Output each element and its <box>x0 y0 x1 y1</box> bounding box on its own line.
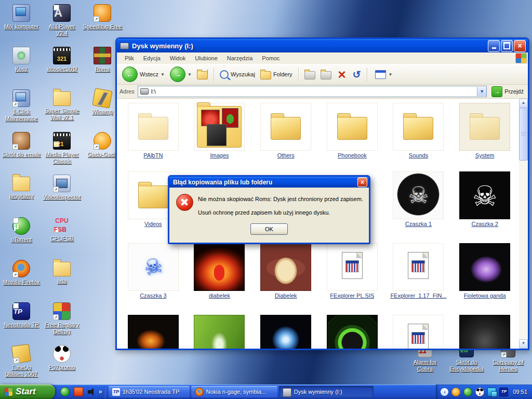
desktop-icon-media-player-classic[interactable]: Media Player Classic <box>42 130 82 172</box>
sis-file-icon <box>408 252 429 279</box>
b-tp <box>112 388 120 396</box>
file-tile-t-grayweb[interactable] <box>451 315 518 349</box>
desktop-icon-label: P07promo <box>49 364 75 371</box>
file-tile-t-electric[interactable] <box>252 315 319 349</box>
ok-button[interactable]: OK <box>250 223 288 235</box>
desktop[interactable]: Mój komputerKosz1-Click MaintenanceSkrót… <box>0 0 532 399</box>
address-input[interactable]: I:\ ▼ <box>138 86 487 97</box>
menu-item-pomoc[interactable]: Pomoc <box>257 55 284 61</box>
scrollbar-thumb[interactable] <box>519 108 528 161</box>
file-tile-t-dragon[interactable] <box>120 315 187 349</box>
desktop-icon-label: Mozilla Firefox <box>3 279 40 286</box>
i-freereg <box>53 302 71 320</box>
taskbar-button-nokia-n-gage-symbia[interactable]: Nokia n-gage, symbia... <box>191 386 277 397</box>
views-dropdown-icon[interactable]: ▼ <box>388 72 392 77</box>
q-flashget[interactable] <box>74 387 83 396</box>
file-tile-t-mkgreen[interactable] <box>319 315 385 349</box>
desktop-icon-label: uTorrent <box>11 236 32 243</box>
menu-item-edycja[interactable]: Edycja <box>139 55 165 61</box>
back-button[interactable]: ← Wstecz ▼ <box>120 66 167 83</box>
file-tile-fexplorer-pl-sis[interactable]: FExplorer PL.SIS <box>319 243 385 315</box>
desktop-icon-klcodec301f[interactable]: klcodec301f <box>42 45 82 87</box>
desktop-icon-videoinspector[interactable]: VideoInspector <box>42 172 82 215</box>
desktop-icon-label: CPUFSB <box>50 235 74 242</box>
desktop-icon-programy[interactable]: programy <box>1 172 42 215</box>
tr-net[interactable] <box>487 388 496 396</box>
desktop-icon-1-click-maintenance[interactable]: 1-Click Maintenance <box>1 87 42 130</box>
scroll-down-button[interactable]: ▼ <box>519 339 528 349</box>
menu-item-widok[interactable]: Widok <box>165 55 191 61</box>
file-tile-diabelek[interactable]: diabelek <box>187 243 253 315</box>
file-tile-palbtn[interactable]: PAlbTN <box>120 103 187 171</box>
window-titlebar[interactable]: Dysk wymienny (I:) × <box>117 39 528 52</box>
file-tile-sis[interactable] <box>385 315 452 349</box>
file-tile-diabelek[interactable]: Diabelek <box>252 243 319 315</box>
desktop-icon-utorrent[interactable]: uTorrent <box>1 215 42 258</box>
file-tile-images[interactable]: Images <box>187 103 253 171</box>
menu-item-narzedzia[interactable]: Narzędzia <box>222 55 258 61</box>
forward-dropdown-icon[interactable]: ▼ <box>188 72 192 77</box>
desktop-icon-ada[interactable]: ada <box>42 258 82 300</box>
dialog-close-button[interactable]: × <box>357 177 367 187</box>
file-thumbnail <box>327 243 378 291</box>
menu-item-ulubione[interactable]: Ulubione <box>190 55 222 61</box>
dialog-titlebar[interactable]: Błąd kopiowania pliku lub folderu × <box>169 177 369 188</box>
desktop-icon-label: SpeedItup Free <box>83 23 122 30</box>
desktop-icon-m-j-komputer[interactable]: Mój komputer <box>1 2 42 45</box>
file-tile-system[interactable]: System <box>451 103 518 171</box>
desktop-icon-allplayer-v2-4[interactable]: ALLPlayer V2.4 <box>42 2 82 45</box>
file-tile-czaszka-1[interactable]: Czaszka 1 <box>385 171 452 243</box>
maximize-button[interactable] <box>501 40 513 52</box>
tray-collapse-chevron-icon[interactable]: ‹ <box>441 388 448 396</box>
undo-button[interactable] <box>353 70 361 79</box>
tr-panda[interactable] <box>475 388 484 396</box>
delete-button[interactable] <box>337 70 347 79</box>
q-utorrent[interactable] <box>60 387 70 396</box>
forward-button[interactable]: → ▼ <box>168 66 194 83</box>
minimize-button[interactable] <box>488 40 500 52</box>
file-tile-czaszka-2[interactable]: Czaszka 2 <box>451 171 518 243</box>
folder-icon <box>138 117 168 140</box>
tr-gg[interactable] <box>451 388 460 396</box>
address-dropdown-button[interactable]: ▼ <box>477 87 486 96</box>
file-tile-others[interactable]: Others <box>252 103 319 171</box>
tr-tp[interactable] <box>499 388 508 396</box>
desktop-icon-kosz[interactable]: Kosz <box>1 45 42 87</box>
move-to-button[interactable] <box>302 66 317 83</box>
close-button[interactable]: × <box>514 40 526 52</box>
desktop-icon-skr-t-do-emule[interactable]: Skrót do emule <box>1 130 42 172</box>
i-tuneup <box>11 344 31 364</box>
desktop-icon-mozilla-firefox[interactable]: Mozilla Firefox <box>1 258 42 300</box>
views-button[interactable]: ▼ <box>371 66 394 83</box>
window-title: Dysk wymienny (I:) <box>132 42 487 50</box>
file-tile-fexplorer-1-17-fin[interactable]: FExplorer_1.17_FIN... <box>385 243 452 315</box>
taskbar-button-dysk-wymienny-i[interactable]: Dysk wymienny (I:) <box>279 386 374 397</box>
file-tile-phonebook[interactable]: Phonebook <box>319 103 385 171</box>
up-button[interactable] <box>195 66 210 83</box>
desktop-icon-cpufsb[interactable]: CPUFSB <box>42 215 82 258</box>
start-button[interactable]: Start <box>0 384 55 399</box>
back-dropdown-icon[interactable]: ▼ <box>161 72 165 77</box>
quick-launch-overflow-icon[interactable]: » <box>99 388 102 395</box>
desktop-icon-tuneup-utilities-2007[interactable]: TuneUp Utilities 2007 <box>1 343 42 385</box>
folders-button[interactable]: Foldery <box>258 66 295 83</box>
file-tile-fioletowa-ganda[interactable]: Fioletowa ganda <box>451 243 518 315</box>
file-tile-sounds[interactable]: Sounds <box>385 103 452 171</box>
scroll-up-button[interactable]: ▲ <box>519 99 528 108</box>
taskbar-button-1h35-02-neostrada-tp[interactable]: 1h35'02 Neostrada TP <box>109 386 190 397</box>
desktop-icon-neostrada-tp[interactable]: Neostrada TP <box>1 300 42 343</box>
desktop-icon-super-simple-wall-v2-1[interactable]: Super Simple Wall v2.1 <box>42 87 82 130</box>
vertical-scrollbar[interactable]: ▲ ▼ <box>519 99 528 349</box>
search-button[interactable]: Wyszukaj <box>218 66 257 83</box>
copy-to-button[interactable] <box>318 66 334 83</box>
go-button[interactable]: → Przejdź <box>490 86 525 97</box>
file-tile-t-greenleaf[interactable] <box>187 315 253 349</box>
menu-item-plik[interactable]: Plik <box>120 55 139 61</box>
t-reddevil-image <box>194 243 245 291</box>
tr-ut[interactable] <box>463 388 472 396</box>
file-tile-czaszka-3[interactable]: Czaszka 3 <box>120 243 187 315</box>
desktop-icon-free-registry-defrag[interactable]: Free Registry Defrag <box>42 300 82 343</box>
desktop-icon-p07promo[interactable]: P07promo <box>42 343 82 385</box>
taskbar-clock: 09:51 <box>513 389 527 395</box>
q-volume[interactable] <box>87 388 96 396</box>
